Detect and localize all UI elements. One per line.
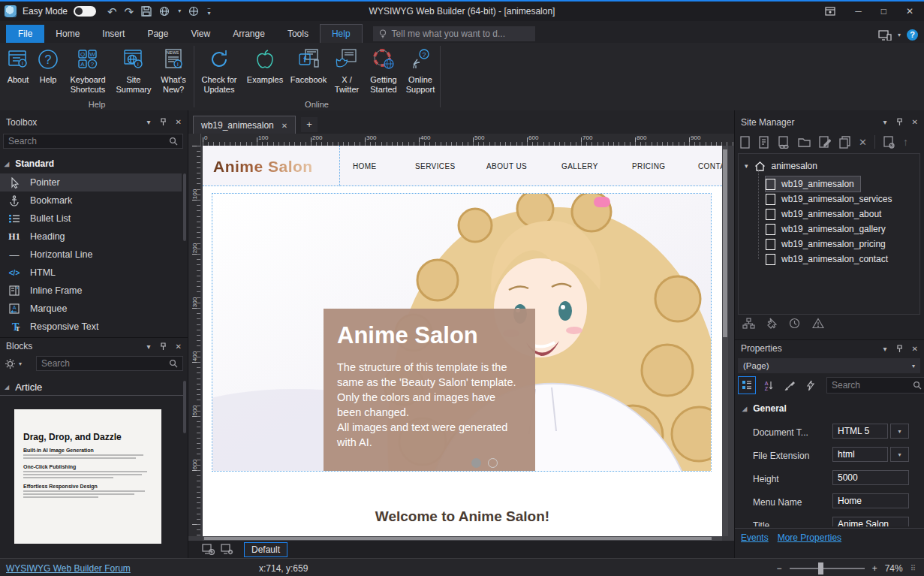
properties-close-icon[interactable]: ✕ bbox=[912, 345, 918, 353]
properties-search-input[interactable]: Search bbox=[826, 377, 924, 394]
events-link[interactable]: Events bbox=[741, 532, 769, 543]
clone-page-icon[interactable] bbox=[758, 136, 770, 149]
site-manager-pin-icon[interactable] bbox=[896, 118, 903, 126]
device-dropdown-icon[interactable]: ▾ bbox=[898, 32, 901, 38]
site-tree-page[interactable]: wb19_animesalon_pricing bbox=[766, 237, 886, 252]
nav-home[interactable]: HOME bbox=[353, 162, 377, 170]
new-page-icon[interactable] bbox=[739, 136, 751, 149]
site-manager-close-icon[interactable]: ✕ bbox=[912, 118, 918, 126]
new-folder-icon[interactable] bbox=[798, 137, 811, 148]
toolbox-item-marquee[interactable]: A Marquee bbox=[0, 300, 182, 318]
toolbox-menu-icon[interactable]: ▾ bbox=[147, 118, 151, 126]
tab-insert[interactable]: Insert bbox=[91, 25, 136, 43]
x-twitter-button[interactable]: X / Twitter bbox=[331, 46, 363, 94]
events-bolt-icon[interactable] bbox=[802, 377, 819, 394]
online-support-button[interactable]: ? Online Support bbox=[403, 46, 438, 94]
chevron-down-icon[interactable]: ▾ bbox=[745, 162, 748, 170]
toolbox-item-inline-frame[interactable]: Inline Frame bbox=[0, 282, 182, 300]
toolbox-item-horizontal-line[interactable]: — Horizontal Line bbox=[0, 246, 182, 264]
device-preview-icon[interactable] bbox=[878, 30, 892, 41]
hero-carousel[interactable]: Anime Salon The structure of this templa… bbox=[212, 193, 712, 472]
site-manager-menu-icon[interactable]: ▾ bbox=[883, 118, 887, 126]
blocks-section-article[interactable]: ◢ Article bbox=[0, 379, 183, 396]
welcome-heading[interactable]: Welcome to Anime Salon! bbox=[203, 508, 722, 525]
keyboard-shortcuts-button[interactable]: QWA? Keyboard Shortcuts bbox=[63, 46, 113, 94]
undo-icon[interactable]: ↶ bbox=[107, 6, 117, 17]
about-button[interactable]: i About bbox=[2, 46, 35, 85]
nav-gallery[interactable]: GALLERY bbox=[561, 162, 598, 170]
properties-pin-icon[interactable] bbox=[896, 345, 903, 353]
new-tab-button[interactable]: + bbox=[301, 117, 318, 132]
site-tree-page-selected[interactable]: wb19_animesalon bbox=[766, 176, 860, 191]
page-header-band[interactable]: Anime Salon HOME SERVICES ABOUT US GALLE… bbox=[203, 146, 722, 186]
easy-mode-toggle[interactable] bbox=[74, 6, 96, 17]
help-button[interactable]: ? Help bbox=[35, 46, 62, 85]
carousel-dot[interactable] bbox=[488, 458, 498, 468]
move-up-icon[interactable]: ↑ bbox=[903, 136, 908, 148]
site-summary-button[interactable]: i Site Summary bbox=[114, 46, 153, 94]
file-extension-value[interactable]: html bbox=[832, 447, 888, 462]
file-extension-dropdown[interactable]: ▾ bbox=[890, 447, 909, 462]
tab-view[interactable]: View bbox=[179, 25, 221, 43]
tab-tools[interactable]: Tools bbox=[276, 25, 320, 43]
site-tree-root[interactable]: ▾ animesalon bbox=[745, 158, 817, 173]
add-breakpoint-icon[interactable] bbox=[202, 544, 215, 555]
rename-page-icon[interactable] bbox=[818, 136, 831, 149]
more-properties-link[interactable]: More Properties bbox=[778, 532, 841, 543]
alphabetical-sort-icon[interactable]: AZ bbox=[760, 377, 777, 394]
tab-arrange[interactable]: Arrange bbox=[221, 25, 276, 43]
page-link-icon[interactable] bbox=[778, 136, 790, 149]
toolbox-item-heading[interactable]: H1 Heading bbox=[0, 228, 182, 246]
zoom-slider-thumb[interactable] bbox=[818, 562, 823, 574]
menu-name-value[interactable]: Home bbox=[832, 493, 909, 508]
toolbox-pin-icon[interactable] bbox=[160, 118, 167, 126]
delete-page-icon[interactable]: ✕ bbox=[859, 137, 867, 148]
resize-grip[interactable]: ⠿ bbox=[910, 564, 916, 572]
tab-close-icon[interactable]: ✕ bbox=[281, 122, 287, 130]
toolbox-section-standard[interactable]: ◢ Standard bbox=[0, 155, 188, 172]
tab-file[interactable]: File bbox=[6, 25, 44, 43]
site-tree-page[interactable]: wb19_animesalon_about bbox=[766, 207, 881, 222]
history-clock-icon[interactable] bbox=[789, 318, 800, 329]
tab-home[interactable]: Home bbox=[44, 25, 91, 43]
site-tree-page[interactable]: wb19_animesalon_gallery bbox=[766, 222, 886, 237]
categorized-view-icon[interactable] bbox=[738, 376, 756, 394]
blocks-pin-icon[interactable] bbox=[160, 342, 167, 351]
carousel-dot-active[interactable] bbox=[471, 458, 481, 468]
page-properties-icon[interactable] bbox=[883, 136, 895, 149]
document-type-value[interactable]: HTML 5 bbox=[832, 424, 888, 439]
minimize-button[interactable]: ─ bbox=[855, 6, 862, 17]
nav-pricing[interactable]: PRICING bbox=[632, 162, 665, 170]
properties-section-general[interactable]: ◢ General bbox=[738, 400, 791, 417]
site-tree-page[interactable]: wb19_animesalon_contact bbox=[766, 252, 888, 267]
document-type-dropdown[interactable]: ▾ bbox=[890, 424, 909, 439]
zoom-in-icon[interactable]: + bbox=[872, 563, 877, 574]
toolbox-item-bullet-list[interactable]: Bullet List bbox=[0, 210, 182, 228]
blocks-search-input[interactable]: Search bbox=[36, 356, 183, 371]
toolbox-item-pointer[interactable]: Pointer bbox=[0, 173, 182, 191]
site-tree-page[interactable]: wb19_animesalon_services bbox=[766, 191, 892, 207]
whats-new-button[interactable]: NEWSi What's New? bbox=[155, 46, 192, 94]
blocks-menu-icon[interactable]: ▾ bbox=[147, 342, 151, 351]
toolbox-search-input[interactable]: Search bbox=[3, 134, 183, 149]
breakpoint-settings-icon[interactable] bbox=[221, 544, 233, 555]
help-circle-icon[interactable]: ? bbox=[907, 29, 918, 41]
copy-page-icon[interactable] bbox=[838, 136, 851, 149]
zoom-slider[interactable] bbox=[790, 568, 865, 569]
canvas-vertical-scrollbar[interactable] bbox=[722, 146, 728, 536]
blocks-scrollbar[interactable] bbox=[183, 381, 186, 433]
warnings-icon[interactable] bbox=[812, 318, 824, 329]
toolbox-close-icon[interactable]: ✕ bbox=[176, 118, 182, 126]
redo-icon[interactable]: ↷ bbox=[125, 6, 134, 17]
web-page-canvas[interactable]: Anime Salon HOME SERVICES ABOUT US GALLE… bbox=[203, 146, 722, 536]
quick-access-more-icon[interactable]: −▾ bbox=[207, 7, 211, 15]
ribbon-collapse-icon[interactable] bbox=[825, 7, 835, 16]
pin-view-icon[interactable] bbox=[767, 318, 777, 329]
hero-text-overlay[interactable]: Anime Salon The structure of this templa… bbox=[324, 309, 535, 472]
save-icon[interactable] bbox=[141, 6, 152, 17]
facebook-button[interactable]: f Facebook bbox=[287, 46, 330, 85]
publish-icon[interactable] bbox=[188, 6, 200, 17]
properties-target-select[interactable]: (Page) ▾ bbox=[738, 358, 920, 373]
nav-about[interactable]: ABOUT US bbox=[486, 162, 527, 170]
tell-me-search[interactable]: Tell me what you want to d... bbox=[373, 26, 535, 41]
